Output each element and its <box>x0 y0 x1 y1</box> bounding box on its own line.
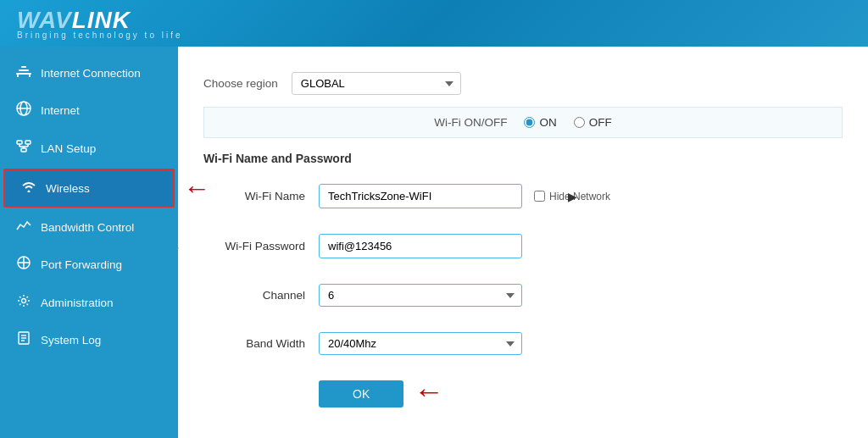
logo-wav-part: WAV <box>17 7 72 33</box>
sidebar-item-administration[interactable]: Administration <box>0 284 178 321</box>
wifi-toggle-row: Wi-Fi ON/OFF ON OFF <box>203 107 843 138</box>
svg-rect-2 <box>29 75 31 77</box>
wifi-radio-group: ON OFF <box>524 116 611 129</box>
sidebar-label-system-log: System Log <box>41 334 101 347</box>
wifi-toggle-label: Wi-Fi ON/OFF <box>434 116 507 129</box>
sidebar-item-internet[interactable]: Internet <box>0 91 178 130</box>
lan-icon <box>15 140 32 157</box>
region-label: Choose region <box>203 77 278 90</box>
sidebar-item-system-log[interactable]: System Log <box>0 321 178 358</box>
wifi-password-label: Wi-Fi Password <box>203 240 305 252</box>
logo-wav: WAVLINK <box>17 7 131 33</box>
wifi-name-row: Wi-Fi Name Hide Network ▶ <box>203 177 843 215</box>
bandwidth-row: Band Width 20/40Mhz 20Mhz 40Mhz <box>203 325 843 362</box>
sidebar-label-internet-connection: Internet Connection <box>41 67 141 80</box>
wifi-password-row: → Wi-Fi Password <box>203 227 843 265</box>
sidebar-label-port-forwarding: Port Forwarding <box>41 258 122 271</box>
sidebar-label-administration: Administration <box>41 297 114 309</box>
section-title: Wi-Fi Name and Password <box>203 152 843 165</box>
logo: WAVLINK Bringing technology to life <box>17 7 183 40</box>
channel-row: Channel 6 1 2 3 4 5 7 11 <box>203 277 843 313</box>
sidebar: Internet Connection Internet LAN Setup W… <box>0 47 178 438</box>
sidebar-item-wireless[interactable]: Wireless ← <box>3 169 175 208</box>
sidebar-label-lan-setup: LAN Setup <box>41 142 96 155</box>
ok-button[interactable]: OK <box>319 380 403 408</box>
svg-rect-10 <box>21 148 26 152</box>
wifi-on-label: ON <box>539 116 556 129</box>
wifi-on-option[interactable]: ON <box>524 116 556 129</box>
sidebar-label-internet: Internet <box>41 104 80 117</box>
ok-arrow-icon: ← <box>414 374 444 409</box>
wifi-off-option[interactable]: OFF <box>574 116 612 129</box>
sidebar-item-internet-connection[interactable]: Internet Connection <box>0 55 178 91</box>
wireless-icon <box>20 180 37 196</box>
internet-connection-icon <box>15 65 32 80</box>
logo-link-part: LINK <box>72 7 131 33</box>
administration-icon <box>15 294 32 311</box>
wifi-off-label: OFF <box>589 116 612 129</box>
svg-rect-8 <box>17 141 22 144</box>
password-arrow-icon: → <box>178 228 185 264</box>
main-layout: Internet Connection Internet LAN Setup W… <box>0 47 868 438</box>
hide-network-text: Hide Network <box>549 191 610 202</box>
wifi-name-input[interactable] <box>319 184 522 208</box>
svg-rect-0 <box>16 73 31 75</box>
port-forwarding-icon <box>15 255 32 274</box>
wifi-name-label: Wi-Fi Name <box>203 190 305 202</box>
svg-rect-9 <box>25 141 31 144</box>
sidebar-item-bandwidth-control[interactable]: Bandwidth Control <box>0 209 178 245</box>
internet-icon <box>15 101 32 119</box>
system-log-icon <box>15 331 32 348</box>
bandwidth-icon <box>15 219 32 235</box>
wifi-on-radio[interactable] <box>524 117 535 128</box>
sidebar-item-lan-setup[interactable]: LAN Setup <box>0 130 178 167</box>
sidebar-label-wireless: Wireless <box>46 182 90 195</box>
region-select[interactable]: GLOBAL US EU ASIA <box>292 72 461 95</box>
svg-rect-3 <box>19 69 29 71</box>
sidebar-item-port-forwarding[interactable]: Port Forwarding <box>0 245 178 284</box>
svg-rect-4 <box>21 66 26 68</box>
svg-point-15 <box>28 191 31 193</box>
svg-point-19 <box>22 299 26 303</box>
channel-label: Channel <box>203 289 305 302</box>
content-area: Choose region GLOBAL US EU ASIA Wi-Fi ON… <box>178 47 868 438</box>
sidebar-label-bandwidth-control: Bandwidth Control <box>41 221 134 234</box>
bandwidth-label: Band Width <box>203 337 305 350</box>
wifi-password-input[interactable] <box>319 234 522 258</box>
cursor-icon: ▶ <box>568 190 577 203</box>
region-row: Choose region GLOBAL US EU ASIA <box>203 64 843 103</box>
ok-row: OK ← <box>203 374 843 409</box>
header: WAVLINK Bringing technology to life <box>0 0 868 47</box>
bandwidth-select[interactable]: 20/40Mhz 20Mhz 40Mhz <box>319 332 522 355</box>
channel-select[interactable]: 6 1 2 3 4 5 7 11 <box>319 284 522 307</box>
svg-rect-1 <box>17 75 19 77</box>
logo-subtitle: Bringing technology to life <box>17 30 183 40</box>
wifi-off-radio[interactable] <box>574 117 585 128</box>
hide-network-checkbox[interactable] <box>534 191 545 202</box>
